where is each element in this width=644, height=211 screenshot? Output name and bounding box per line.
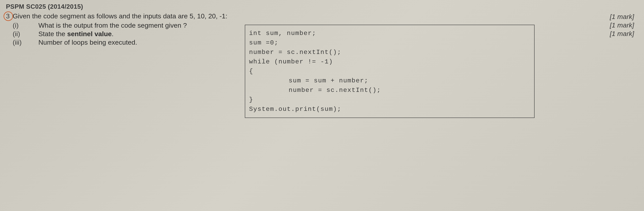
question-number-text: 3 <box>6 12 10 20</box>
question-number: 3 <box>6 12 10 20</box>
sub-text-i-content: What is the output from the code segment… <box>38 21 187 29</box>
code-line-7: number = sc.nextInt(); <box>249 86 530 95</box>
mark-i: [1 mark] <box>610 13 634 20</box>
code-segment-box: int sum, number; sum =0; number = sc.nex… <box>245 25 534 118</box>
code-line-6: sum = sum + number; <box>249 76 530 86</box>
code-line-2: sum =0; <box>249 38 530 48</box>
sub-text-ii-after: . <box>112 30 114 37</box>
sub-text-iii: Number of loops being executed. <box>38 38 137 46</box>
sub-text-ii: State the sentinel value. <box>38 30 114 38</box>
code-line-4: while (number != -1) <box>249 57 530 67</box>
code-line-9: System.out.print(sum); <box>249 105 530 114</box>
code-line-1: int sum, number; <box>249 29 530 38</box>
sub-label-ii: (ii) <box>13 30 38 38</box>
code-line-8: } <box>249 95 530 105</box>
sub-text-i: What is the output from the code segment… <box>38 21 187 29</box>
marks-column: [1 mark] [1 mark] [1 mark] <box>610 3 638 37</box>
code-line-5: { <box>249 67 530 76</box>
sub-text-ii-bold: sentinel value <box>67 30 112 37</box>
sub-label-i: (i) <box>13 21 38 29</box>
mark-ii: [1 mark] <box>610 21 634 29</box>
sub-label-iii: (iii) <box>13 38 38 46</box>
question-intro: Given the code segment as follows and th… <box>13 12 610 20</box>
exam-header: PSPM SC025 (2014/2015) <box>6 3 610 10</box>
mark-iii: [1 mark] <box>610 30 634 37</box>
sub-text-iii-content: Number of loops being executed. <box>38 38 137 46</box>
sub-text-ii-before: State the <box>38 30 67 37</box>
code-line-3: number = sc.nextInt(); <box>249 48 530 57</box>
